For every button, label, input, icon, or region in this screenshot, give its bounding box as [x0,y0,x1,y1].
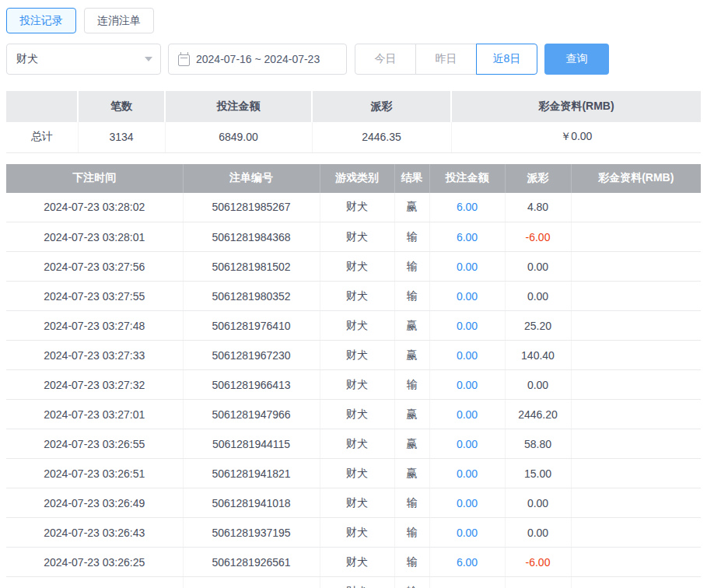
bet-amount-link[interactable]: 0.00 [457,349,478,362]
table-row: 2024-07-23 03:27:01 5061281947966 财犬 赢 0… [6,400,701,429]
table-row: 2024-07-23 03:27:32 5061281966413 财犬 输 0… [6,370,701,400]
game-select[interactable]: 财犬 [6,44,161,75]
game-select-value: 财犬 [16,52,38,66]
bet-amount-link[interactable]: 0.00 [457,527,478,539]
cell-bet-time: 2024-07-23 03:26:24 [6,577,183,588]
query-button[interactable]: 查询 [544,44,609,75]
cell-bonus [571,577,701,588]
summary-header-bonus: 彩金资料(RMB) [451,91,701,122]
cell-bet-time: 2024-07-23 03:26:49 [6,488,183,518]
cell-bet-amount: 0.00 [429,400,505,429]
bet-amount-link[interactable]: 6.00 [457,556,478,569]
summary-total-payout: 2446.35 [312,122,451,152]
bet-amount-link[interactable]: 0.00 [457,379,478,391]
cell-game-type: 财犬 [320,193,394,222]
cell-game-type: 财犬 [320,341,394,370]
table-row: 2024-07-23 03:27:55 5061281980352 财犬 输 0… [6,282,701,311]
cell-bonus [571,341,701,370]
cell-game-type: 财犬 [320,400,394,429]
cell-order-id: 5061281967230 [183,341,320,370]
table-row: 2024-07-23 03:26:43 5061281937195 财犬 输 0… [6,518,701,548]
cell-bonus [571,459,701,488]
bet-amount-link[interactable]: 0.00 [457,408,478,421]
cell-bet-amount: 0.00 [429,370,505,400]
cell-bet-amount: 0.00 [429,429,505,459]
quick-date-group: 今日 昨日 近8日 [355,44,537,75]
last8days-button[interactable]: 近8日 [476,44,537,75]
cell-bet-amount: 0.00 [429,488,505,518]
bet-amount-link[interactable]: 0.00 [457,497,478,509]
cell-payout: 140.40 [505,341,571,370]
yesterday-button[interactable]: 昨日 [415,44,477,75]
cell-bet-time: 2024-07-23 03:27:48 [6,311,183,341]
table-row: 2024-07-23 03:28:02 5061281985267 财犬 赢 6… [6,193,701,222]
cell-payout: 4.80 [505,193,571,222]
summary-header-empty [6,91,78,122]
cell-result: 输 [394,548,429,577]
bet-amount-link[interactable]: 6.00 [457,231,478,243]
cell-game-type: 财犬 [320,429,394,459]
cell-payout: 15.00 [505,459,571,488]
cell-payout: -6.00 [505,548,571,577]
cell-bonus [571,370,701,400]
cell-game-type: 财犬 [320,518,394,548]
bet-amount-link[interactable]: 6.00 [457,201,478,213]
cell-game-type: 财犬 [320,282,394,311]
cell-result: 输 [394,282,429,311]
cell-bet-amount: 0.00 [429,311,505,341]
cell-result: 赢 [394,193,429,222]
cell-bet-time: 2024-07-23 03:27:55 [6,282,183,311]
bet-table: 下注时间 注单编号 游戏类别 结果 投注金额 派彩 彩金资料(RMB) 2024… [6,164,701,588]
chevron-down-icon [145,57,152,61]
cell-result: 输 [394,577,429,588]
table-row: 2024-07-23 03:26:51 5061281941821 财犬 赢 0… [6,459,701,488]
cell-payout: 25.20 [505,311,571,341]
cell-order-id: 5061281981502 [183,252,320,282]
cell-bet-time: 2024-07-23 03:28:02 [6,193,183,222]
cell-bet-time: 2024-07-23 03:27:01 [6,400,183,429]
cell-result: 赢 [394,429,429,459]
bet-amount-link[interactable]: 6.00 [457,586,478,588]
filter-bar: 财犬 2024-07-16 ~ 2024-07-23 今日 昨日 近8日 查询 [6,44,701,75]
cell-order-id: 5061281944115 [183,429,320,459]
cell-bonus [571,548,701,577]
cell-order-id: 5061281980352 [183,282,320,311]
bet-amount-link[interactable]: 0.00 [457,467,478,480]
header-payout: 派彩 [505,164,571,193]
header-bonus: 彩金资料(RMB) [571,164,701,193]
cell-bet-amount: 0.00 [429,282,505,311]
cell-game-type: 财犬 [320,488,394,518]
cell-bet-amount: 6.00 [429,222,505,252]
table-row: 2024-07-23 03:26:25 5061281926561 财犬 输 6… [6,548,701,577]
header-game-type: 游戏类别 [320,164,394,193]
cell-payout: 0.00 [505,370,571,400]
tab-bet-records[interactable]: 投注记录 [6,8,76,33]
bet-amount-link[interactable]: 0.00 [457,261,478,273]
table-row: 2024-07-23 03:27:56 5061281981502 财犬 输 0… [6,252,701,282]
cell-payout: 0.00 [505,282,571,311]
today-button[interactable]: 今日 [355,44,416,75]
cell-order-id: 5061281941018 [183,488,320,518]
cell-bet-time: 2024-07-23 03:26:55 [6,429,183,459]
cell-bonus [571,222,701,252]
cell-bet-time: 2024-07-23 03:27:33 [6,341,183,370]
tab-chained-bets[interactable]: 连消注单 [84,8,154,33]
cell-game-type: 财犬 [320,252,394,282]
bet-table-body: 2024-07-23 03:28:02 5061281985267 财犬 赢 6… [6,193,701,588]
summary-header-bet-amount: 投注金额 [165,91,312,122]
bet-amount-link[interactable]: 0.00 [457,438,478,450]
summary-total-bonus: ￥0.00 [451,122,701,152]
date-range-picker[interactable]: 2024-07-16 ~ 2024-07-23 [168,44,347,75]
cell-bet-time: 2024-07-23 03:27:56 [6,252,183,282]
cell-bet-time: 2024-07-23 03:26:51 [6,459,183,488]
cell-bonus [571,311,701,341]
summary-total-row: 总计 3134 6849.00 2446.35 ￥0.00 [6,122,701,152]
cell-payout: 58.80 [505,429,571,459]
cell-bet-amount: 6.00 [429,577,505,588]
bet-amount-link[interactable]: 0.00 [457,320,478,332]
table-row: 2024-07-23 03:28:01 5061281984368 财犬 输 6… [6,222,701,252]
summary-total-count: 3134 [78,122,165,152]
cell-result: 赢 [394,341,429,370]
bet-amount-link[interactable]: 0.00 [457,290,478,303]
cell-game-type: 财犬 [320,577,394,588]
